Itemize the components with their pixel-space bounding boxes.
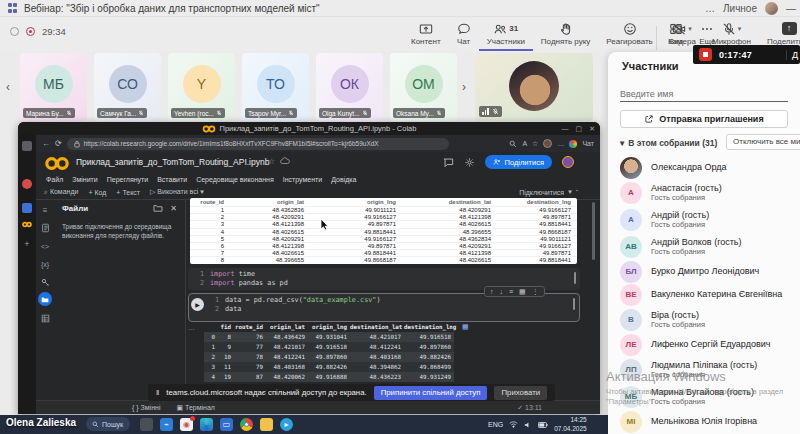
send-invite-button[interactable]: Отправка приглашения (620, 110, 788, 128)
toolbar-participants[interactable]: 31Участники (479, 18, 533, 51)
video-tile[interactable]: ОКOlga Kunyt... (316, 53, 383, 121)
profile-avatar[interactable] (765, 2, 778, 15)
secrets-key-icon[interactable] (39, 276, 51, 288)
task-view-icon[interactable] (140, 418, 153, 431)
csv-preview-table[interactable]: route_idorigin_latorigin_lngdestination_… (190, 198, 577, 264)
add-text-button[interactable]: + Текст (116, 189, 140, 196)
strip-record-icon[interactable] (22, 179, 32, 189)
toolbar-content[interactable]: Контент (403, 18, 449, 51)
strip-colab-tab-icon[interactable] (22, 221, 32, 231)
in-meeting-section[interactable]: ▾ В этом собрании (31) (620, 138, 717, 148)
interactive-table-icon[interactable]: ▦ (462, 323, 469, 331)
stop-sharing-button[interactable]: Припинити спільний доступ (374, 386, 488, 400)
telegram-icon[interactable]: ▸ (280, 418, 293, 431)
link-cell-icon[interactable]: ≡ (509, 288, 513, 295)
browser-menu-icon[interactable]: … (557, 140, 564, 147)
browser-profile-avatar[interactable] (543, 139, 552, 148)
battery-icon[interactable] (538, 422, 548, 428)
search-page-icon[interactable] (509, 140, 517, 148)
display-share-icon[interactable]: ▭ (220, 418, 233, 431)
taskbar-search[interactable]: Пошук (86, 417, 130, 431)
colab-share-button[interactable]: Поділитися (485, 155, 552, 169)
chat-extension-label[interactable]: Чат (582, 140, 594, 147)
titlebar-more-button[interactable]: … (705, 3, 715, 14)
cell-scrollbar[interactable] (573, 298, 575, 310)
commands-button[interactable]: ⌕ Команди (44, 188, 78, 196)
colab-account-avatar[interactable] (562, 156, 574, 168)
clock[interactable]: 14:25 07.04.2025 (554, 416, 587, 432)
video-tile[interactable]: ТОTsapov Myr... (242, 53, 309, 121)
video-tile[interactable]: СОСамчук Га... (94, 53, 161, 121)
connect-button[interactable]: Підключитися (519, 189, 564, 196)
menu-Переглянути[interactable]: Переглянути (107, 176, 148, 183)
participant-row[interactable]: ВВіра (гость)Гость собрания (608, 306, 800, 333)
toolbar-raise[interactable]: Поднять руку (533, 18, 598, 51)
video-tile[interactable]: МБМарина Бу... (20, 53, 87, 121)
menu-Інструменти[interactable]: Інструменти (283, 176, 322, 183)
chrome-icon[interactable] (240, 418, 253, 431)
participant-row[interactable]: ВЕВакуленко Катерина Євгеніївна (608, 283, 800, 306)
back-icon[interactable]: ← (42, 139, 50, 148)
cell-scrollbar[interactable] (574, 272, 576, 284)
strip-workspace-icon[interactable] (22, 141, 32, 151)
menu-Змінити[interactable]: Змінити (72, 176, 98, 183)
mute-all-button[interactable]: Отключить все мик... (726, 134, 800, 150)
files-icon-active[interactable] (38, 292, 52, 306)
video-tile[interactable]: ОМOksana My... (390, 53, 457, 121)
data-table-icon[interactable] (39, 312, 51, 324)
chevron-down-icon[interactable]: ▾ (688, 25, 692, 33)
code-snippets-icon[interactable]: <> (39, 240, 51, 252)
participant-row[interactable]: ЛПЛюдмила Піліпака (гость)Гость собрания (608, 356, 800, 383)
map-pin-icon[interactable]: ◉ (180, 418, 193, 431)
cell-more-icon[interactable]: ⋮ (532, 288, 539, 296)
toolbar-chat[interactable]: Чат (449, 18, 479, 51)
run-cell-button[interactable]: ▶ (191, 298, 204, 311)
upload-folder-icon[interactable] (153, 204, 163, 212)
browser-maximize-button[interactable]: ▢ (576, 125, 583, 133)
vscode-icon[interactable]: ⌁ (160, 418, 173, 431)
notebook-title[interactable]: Приклад_запитів_до_TomTom_Routing_API.ip… (76, 157, 269, 167)
find-replace-icon[interactable] (39, 222, 51, 234)
close-files-panel-icon[interactable]: ✕ (170, 204, 177, 213)
reload-icon[interactable]: ⟳ (55, 139, 62, 148)
new-tab-icon[interactable]: + (22, 239, 32, 249)
star-icon[interactable]: ☆ (268, 157, 275, 166)
file-explorer-icon[interactable] (260, 418, 273, 431)
participant-row[interactable]: Олександра Орда (608, 156, 800, 179)
variables-icon[interactable]: {x} (39, 258, 51, 270)
minimize-button[interactable]: — (786, 3, 796, 14)
menu-Вставити[interactable]: Вставити (157, 176, 187, 183)
font-size-icon[interactable]: A (522, 140, 527, 147)
participant-row[interactable]: ЛЕЛифенко Сергій Едуардович (608, 333, 800, 356)
participant-row[interactable]: ААндрій (гость)Гость собрания (608, 206, 800, 233)
participant-row[interactable]: ААнастасія (гость)Гость собрания (608, 179, 800, 206)
chevron-down-icon[interactable]: ▾ (738, 25, 742, 33)
collapse-icon[interactable]: ˆ (576, 189, 578, 196)
comment-cell-icon[interactable]: ▦ (519, 288, 526, 296)
tiles-prev-button[interactable]: ‹ (6, 80, 10, 94)
video-tile[interactable]: YYevhen (гос... (168, 53, 235, 121)
edge-icon[interactable] (200, 418, 213, 431)
toolbar-react[interactable]: Реагировать (598, 18, 660, 51)
run-all-button[interactable]: ▷ Виконати всі ▾ (150, 188, 204, 196)
participant-row[interactable]: МІМельнікова Юлія Ігорівна (608, 410, 800, 433)
move-cell-down-icon[interactable]: ↓ (500, 288, 504, 295)
browser-titlebar[interactable]: Приклад_запитів_до_TomTom_Routing_API.ip… (18, 122, 600, 135)
participant-search-input[interactable] (620, 86, 788, 102)
tiles-next-button[interactable]: › (462, 80, 466, 94)
participant-row[interactable]: АВАндрій Волков (гость)Гость собрания (608, 233, 800, 260)
menu-Файл[interactable]: Файл (46, 176, 63, 183)
video-tile-camera-on[interactable] (475, 53, 593, 121)
comment-icon[interactable] (443, 157, 454, 168)
bookmark-icon[interactable]: ☆ (532, 140, 538, 148)
output-collapse-icon[interactable]: … (188, 324, 195, 331)
terminal-tab[interactable]: ▣ Термінал (176, 404, 214, 412)
menu-Довідка[interactable]: Довідка (331, 176, 356, 183)
wifi-icon[interactable] (509, 421, 518, 428)
extension-icon[interactable] (569, 140, 577, 148)
menu-Середовище виконання[interactable]: Середовище виконання (196, 176, 274, 183)
variables-tab[interactable]: { } Змінні (132, 404, 160, 412)
address-bar[interactable]: https://colab.research.google.com/drive/… (67, 138, 449, 150)
profile-label[interactable]: Личное (723, 3, 757, 14)
language-indicator[interactable]: ENG (488, 421, 503, 428)
